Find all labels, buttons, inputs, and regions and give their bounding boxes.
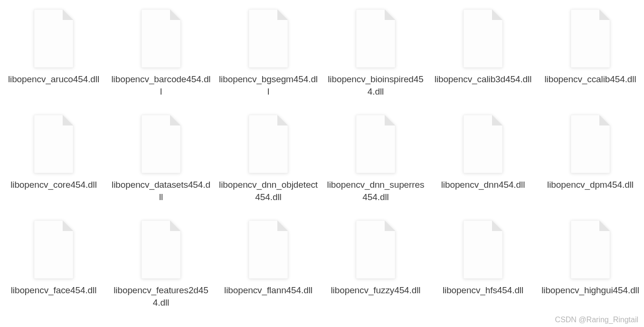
file-grid: libopencv_aruco454.dll libopencv_barcode… bbox=[0, 0, 644, 325]
file-label: libopencv_highgui454.dll bbox=[541, 284, 639, 297]
blank-document-icon bbox=[138, 114, 184, 174]
file-label: libopencv_dnn_superres454.dll bbox=[326, 179, 426, 203]
blank-document-icon bbox=[30, 114, 77, 174]
file-label: libopencv_dnn_objdetect454.dll bbox=[218, 179, 318, 203]
file-item[interactable]: libopencv_core454.dll bbox=[0, 114, 107, 220]
file-label: libopencv_dnn454.dll bbox=[441, 179, 525, 191]
file-label: libopencv_calib3d454.dll bbox=[435, 73, 532, 86]
file-item[interactable]: libopencv_dnn_objdetect454.dll bbox=[215, 114, 322, 220]
file-label: libopencv_features2d454.dll bbox=[111, 284, 211, 308]
file-item[interactable]: libopencv_dnn454.dll bbox=[429, 114, 537, 220]
blank-document-icon bbox=[245, 9, 292, 68]
blank-document-icon bbox=[567, 220, 614, 279]
blank-document-icon bbox=[352, 9, 399, 68]
blank-document-icon bbox=[567, 9, 614, 68]
file-item[interactable]: libopencv_barcode454.dll bbox=[107, 9, 215, 114]
file-item[interactable]: libopencv_features2d454.dll bbox=[107, 220, 215, 325]
file-item[interactable]: libopencv_aruco454.dll bbox=[0, 9, 107, 114]
blank-document-icon bbox=[245, 220, 292, 279]
file-label: libopencv_flann454.dll bbox=[224, 284, 313, 297]
blank-document-icon bbox=[460, 220, 506, 279]
file-item[interactable]: libopencv_fuzzy454.dll bbox=[322, 220, 429, 325]
file-item[interactable]: libopencv_face454.dll bbox=[0, 220, 107, 325]
file-item[interactable]: libopencv_hfs454.dll bbox=[429, 220, 537, 325]
file-label: libopencv_hfs454.dll bbox=[443, 284, 523, 297]
file-label: libopencv_dpm454.dll bbox=[547, 179, 634, 191]
file-item[interactable]: libopencv_dnn_superres454.dll bbox=[322, 114, 429, 220]
blank-document-icon bbox=[567, 114, 614, 174]
file-label: libopencv_bgsegm454.dll bbox=[218, 73, 318, 97]
file-label: libopencv_datasets454.dll bbox=[111, 179, 211, 203]
blank-document-icon bbox=[352, 114, 399, 174]
file-label: libopencv_face454.dll bbox=[11, 284, 97, 297]
blank-document-icon bbox=[460, 9, 506, 68]
blank-document-icon bbox=[138, 220, 184, 279]
file-item[interactable]: libopencv_highgui454.dll bbox=[537, 220, 644, 325]
blank-document-icon bbox=[138, 9, 184, 68]
blank-document-icon bbox=[30, 220, 77, 279]
file-item[interactable]: libopencv_bioinspired454.dll bbox=[322, 9, 429, 114]
file-item[interactable]: libopencv_calib3d454.dll bbox=[429, 9, 537, 114]
blank-document-icon bbox=[352, 220, 399, 279]
file-item[interactable]: libopencv_dpm454.dll bbox=[537, 114, 644, 220]
file-label: libopencv_core454.dll bbox=[10, 179, 97, 191]
file-item[interactable]: libopencv_datasets454.dll bbox=[107, 114, 215, 220]
file-item[interactable]: libopencv_bgsegm454.dll bbox=[215, 9, 322, 114]
file-label: libopencv_ccalib454.dll bbox=[544, 73, 636, 86]
file-item[interactable]: libopencv_flann454.dll bbox=[215, 220, 322, 325]
file-label: libopencv_bioinspired454.dll bbox=[326, 73, 426, 97]
blank-document-icon bbox=[460, 114, 506, 174]
file-label: libopencv_barcode454.dll bbox=[111, 73, 211, 97]
file-label: libopencv_fuzzy454.dll bbox=[331, 284, 421, 297]
file-item[interactable]: libopencv_ccalib454.dll bbox=[537, 9, 644, 114]
file-label: libopencv_aruco454.dll bbox=[8, 73, 99, 86]
blank-document-icon bbox=[30, 9, 77, 68]
blank-document-icon bbox=[245, 114, 292, 174]
